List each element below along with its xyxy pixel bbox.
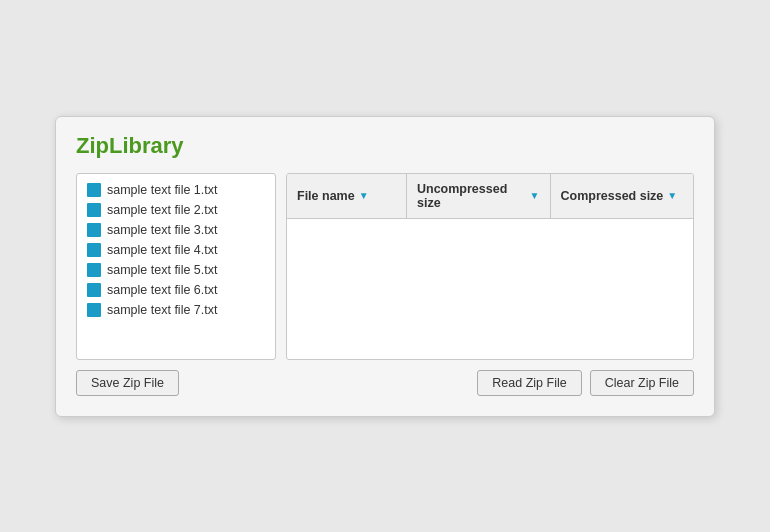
panel-title: ZipLibrary	[76, 133, 694, 159]
list-item[interactable]: sample text file 2.txt	[81, 200, 271, 220]
file-name-label: sample text file 2.txt	[107, 203, 217, 217]
table-header: File name ▼ Uncompressed size ▼ Compress…	[287, 174, 693, 219]
list-item[interactable]: sample text file 3.txt	[81, 220, 271, 240]
file-icon	[87, 263, 101, 277]
file-icon	[87, 283, 101, 297]
file-name-label: sample text file 5.txt	[107, 263, 217, 277]
file-icon	[87, 183, 101, 197]
action-btns-wrap: Read Zip File Clear Zip File	[276, 370, 694, 396]
panel-body: sample text file 1.txtsample text file 2…	[76, 173, 694, 360]
list-item[interactable]: sample text file 4.txt	[81, 240, 271, 260]
file-name-label: sample text file 4.txt	[107, 243, 217, 257]
table-body	[287, 219, 693, 359]
file-name-label: sample text file 1.txt	[107, 183, 217, 197]
read-zip-button[interactable]: Read Zip File	[477, 370, 581, 396]
filter-icon-filename: ▼	[359, 190, 369, 201]
list-item[interactable]: sample text file 6.txt	[81, 280, 271, 300]
file-icon	[87, 203, 101, 217]
file-icon	[87, 223, 101, 237]
list-item[interactable]: sample text file 7.txt	[81, 300, 271, 320]
clear-zip-button[interactable]: Clear Zip File	[590, 370, 694, 396]
list-item[interactable]: sample text file 5.txt	[81, 260, 271, 280]
file-name-label: sample text file 7.txt	[107, 303, 217, 317]
file-icon	[87, 303, 101, 317]
column-compressed-label: Compressed size	[561, 189, 664, 203]
file-name-label: sample text file 6.txt	[107, 283, 217, 297]
file-name-label: sample text file 3.txt	[107, 223, 217, 237]
file-icon	[87, 243, 101, 257]
list-item[interactable]: sample text file 1.txt	[81, 180, 271, 200]
column-filename[interactable]: File name ▼	[287, 174, 407, 218]
save-btn-wrap: Save Zip File	[76, 370, 276, 396]
main-panel: ZipLibrary sample text file 1.txtsample …	[55, 116, 715, 417]
filter-icon-uncompressed: ▼	[530, 190, 540, 201]
bottom-row: Save Zip File Read Zip File Clear Zip Fi…	[76, 370, 694, 396]
table-panel: File name ▼ Uncompressed size ▼ Compress…	[286, 173, 694, 360]
column-filename-label: File name	[297, 189, 355, 203]
column-uncompressed[interactable]: Uncompressed size ▼	[407, 174, 551, 218]
save-zip-button[interactable]: Save Zip File	[76, 370, 179, 396]
filter-icon-compressed: ▼	[667, 190, 677, 201]
column-uncompressed-label: Uncompressed size	[417, 182, 526, 210]
column-compressed[interactable]: Compressed size ▼	[551, 174, 694, 218]
file-list-panel: sample text file 1.txtsample text file 2…	[76, 173, 276, 360]
